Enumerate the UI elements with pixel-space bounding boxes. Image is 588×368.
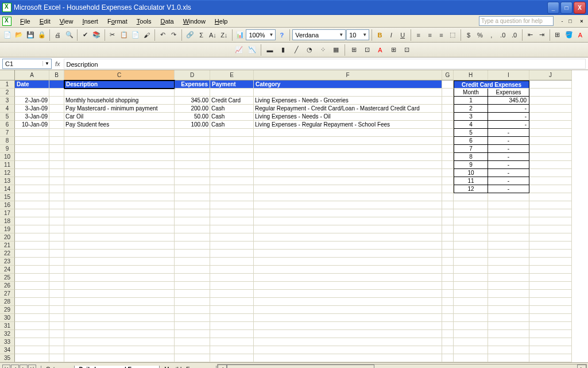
cell[interactable] <box>442 193 454 201</box>
cell[interactable] <box>64 290 175 298</box>
cell[interactable] <box>529 314 572 322</box>
cell[interactable]: 3-Jan-09 <box>15 105 49 113</box>
cell[interactable] <box>49 80 64 89</box>
cell[interactable] <box>175 89 210 97</box>
cell[interactable]: Pay Student fees <box>64 121 175 129</box>
menu-view[interactable]: View <box>56 17 78 26</box>
column-header-B[interactable]: B <box>49 70 64 80</box>
fontsize-dropdown[interactable]: 10▼ <box>346 29 369 40</box>
cell[interactable] <box>49 169 64 177</box>
cell[interactable] <box>529 97 572 105</box>
cell[interactable] <box>442 322 454 330</box>
cell[interactable] <box>442 306 454 314</box>
cell[interactable] <box>15 322 49 330</box>
cell[interactable] <box>529 193 572 201</box>
cell[interactable]: 10-Jan-09 <box>15 121 49 129</box>
cell[interactable] <box>49 346 64 354</box>
row-header-29[interactable]: 29 <box>0 306 15 314</box>
cell[interactable] <box>64 354 175 362</box>
cell[interactable] <box>529 161 572 169</box>
column-header-G[interactable]: G <box>442 70 454 80</box>
cell[interactable] <box>210 89 254 97</box>
cell[interactable] <box>210 193 254 201</box>
cell[interactable] <box>64 137 175 145</box>
cell[interactable] <box>529 217 572 225</box>
help-icon[interactable]: ? <box>276 29 287 41</box>
cell[interactable] <box>15 282 49 290</box>
format-painter-icon[interactable]: 🖌 <box>141 29 152 41</box>
cell[interactable] <box>488 314 529 322</box>
cell[interactable] <box>64 201 175 209</box>
cell[interactable] <box>254 290 442 298</box>
cell[interactable] <box>64 241 175 250</box>
cell[interactable] <box>15 233 49 241</box>
cell[interactable] <box>454 314 488 322</box>
column-header-C[interactable]: C <box>64 70 175 80</box>
cell[interactable] <box>529 306 572 314</box>
cell[interactable] <box>175 322 210 330</box>
cell[interactable] <box>454 354 488 362</box>
cell[interactable] <box>175 233 210 241</box>
cell[interactable] <box>254 169 442 177</box>
cell[interactable] <box>210 266 254 274</box>
cell[interactable] <box>442 137 454 145</box>
row-header-14[interactable]: 14 <box>0 185 15 193</box>
row-header-25[interactable]: 25 <box>0 274 15 282</box>
cell[interactable] <box>210 217 254 225</box>
sheet-tab-category[interactable]: Category <box>41 366 75 368</box>
spelling-icon[interactable]: ✔ <box>80 29 91 41</box>
cell[interactable] <box>15 185 49 193</box>
cell[interactable] <box>454 322 488 330</box>
cell[interactable] <box>175 330 210 338</box>
cell[interactable] <box>175 209 210 217</box>
tab-first-button[interactable]: |◂ <box>2 365 10 369</box>
row-header-12[interactable]: 12 <box>0 169 15 177</box>
cell[interactable]: 3-Jan-09 <box>15 113 49 121</box>
maximize-button[interactable]: □ <box>560 2 572 14</box>
chart-opt3-icon[interactable]: A <box>374 44 386 56</box>
cell[interactable] <box>442 274 454 282</box>
cell[interactable] <box>454 338 488 346</box>
cell[interactable] <box>442 185 454 193</box>
cell[interactable] <box>210 290 254 298</box>
cell[interactable] <box>49 145 64 153</box>
cell[interactable] <box>442 177 454 185</box>
cell[interactable] <box>454 266 488 274</box>
chart-scatter-icon[interactable]: ⁘ <box>316 44 329 56</box>
row-header-19[interactable]: 19 <box>0 225 15 233</box>
cell[interactable] <box>442 113 454 121</box>
row-header-24[interactable]: 24 <box>0 266 15 274</box>
cell[interactable] <box>254 225 442 233</box>
cell[interactable] <box>175 201 210 209</box>
cell[interactable] <box>64 209 175 217</box>
cell[interactable] <box>454 209 488 217</box>
cell[interactable] <box>210 346 254 354</box>
cell[interactable] <box>454 233 488 241</box>
cell[interactable] <box>442 233 454 241</box>
permission-icon[interactable]: 🔒 <box>37 29 48 41</box>
cell[interactable]: Credit Card Expenses <box>454 80 529 89</box>
cell[interactable] <box>175 153 210 161</box>
zoom-dropdown[interactable]: 100%▼ <box>246 29 276 40</box>
cell[interactable] <box>442 169 454 177</box>
cell[interactable] <box>15 217 49 225</box>
cell[interactable] <box>529 177 572 185</box>
cell[interactable] <box>442 105 454 113</box>
cell[interactable]: 9 <box>454 161 488 169</box>
cell[interactable] <box>442 161 454 169</box>
cell[interactable] <box>442 250 454 258</box>
cell[interactable] <box>488 250 529 258</box>
cell[interactable] <box>210 282 254 290</box>
cell[interactable]: Pay Mastercard - minimum payment <box>64 105 175 113</box>
cell[interactable] <box>488 298 529 306</box>
cell[interactable] <box>442 314 454 322</box>
cell[interactable] <box>49 306 64 314</box>
chart-icon[interactable]: 📊 <box>235 29 246 41</box>
menu-help[interactable]: Help <box>211 17 232 26</box>
cell[interactable] <box>49 290 64 298</box>
cell[interactable] <box>254 89 442 97</box>
cell[interactable] <box>254 298 442 306</box>
cell[interactable] <box>454 217 488 225</box>
cell[interactable] <box>529 129 572 137</box>
cell[interactable] <box>254 161 442 169</box>
